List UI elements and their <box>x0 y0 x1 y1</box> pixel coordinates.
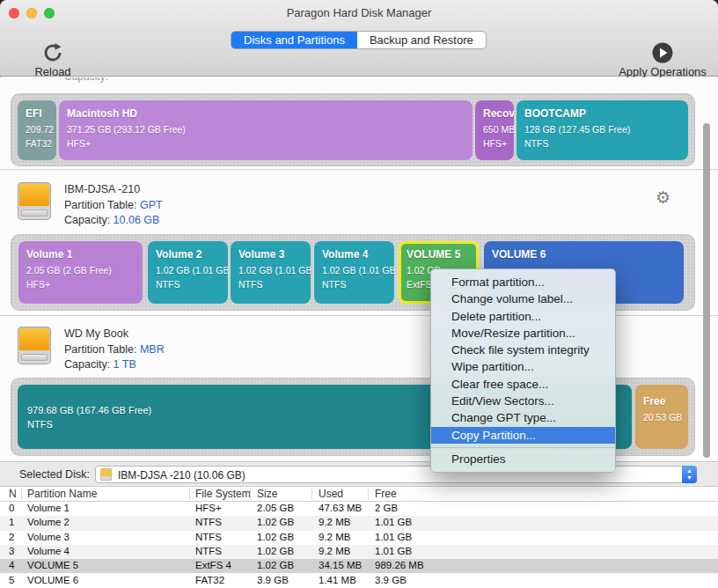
menu-item-clear-free-space[interactable]: Clear free space... <box>431 376 615 393</box>
col-header-fs[interactable]: File System <box>195 488 251 500</box>
col-header-name[interactable]: Partition Name <box>27 488 97 500</box>
partition-macintosh-hd[interactable]: Macintosh HD 371.25 GB (293.12 GB Free) … <box>59 100 473 160</box>
reload-icon <box>32 41 74 64</box>
disk3-cap-label: Capacity: <box>64 358 110 371</box>
partition-volume3[interactable]: Volume 3 1.02 GB (1.01 GB Free) NTFS <box>231 241 311 304</box>
partition-recovery[interactable]: Recovery 650 MB HFS+ <box>475 100 514 160</box>
partition-context-menu: Format partition... Change volume label.… <box>430 268 616 473</box>
disk2-pt-value: GPT <box>140 199 163 211</box>
partition-volume2[interactable]: Volume 2 1.02 GB (1.01 GB Free) NTFS <box>148 241 228 304</box>
disk1-partition-row: EFI 209.72 FAT32 Macintosh HD 371.25 GB … <box>11 93 695 166</box>
table-row-volume6[interactable]: 5VOLUME 6FAT323.9 GB1.41 MB3.9 GB <box>0 574 718 588</box>
disk2-header: IBM-DJSA -210 Partition Table: GPT Capac… <box>18 182 51 220</box>
partition-volume1[interactable]: Volume 1 2.05 GB (2 GB Free) HFS+ <box>18 241 143 304</box>
partition-bootcamp[interactable]: BOOTCAMP 128 GB (127.45 GB Free) NTFS <box>517 100 688 160</box>
menu-item-properties[interactable]: Properties <box>431 451 615 467</box>
disk2-name: IBM-DJSA -210 <box>64 183 416 195</box>
table-row-volume4[interactable]: 3Volume 4NTFS1.02 GB9.2 MB1.01 GB <box>0 545 718 559</box>
reload-label: Reload <box>34 65 70 78</box>
disk3-header: WD My Book Partition Table: MBR Capacity… <box>18 327 51 364</box>
disk3-name: WD My Book <box>64 327 416 340</box>
menu-item-wipe-partition[interactable]: Wipe partition... <box>431 358 615 375</box>
menu-item-change-volume-label[interactable]: Change volume label... <box>431 290 615 307</box>
apply-operations-label: Apply Operations <box>619 65 707 78</box>
partition-wd-free[interactable]: Free 20.53 GB <box>635 385 688 449</box>
disk3-cap-value: 1 TB <box>114 358 136 371</box>
disk-drive-icon <box>18 327 51 364</box>
menu-item-edit-view-sectors[interactable]: Edit/View Sectors... <box>431 393 615 409</box>
col-header-size[interactable]: Size <box>257 488 277 500</box>
tab-backup-and-restore[interactable]: Backup and Restore <box>357 32 486 48</box>
panel-separator <box>0 169 718 170</box>
disk2-cap-value: 10.06 GB <box>114 214 160 226</box>
apply-operations-button[interactable]: Apply Operations <box>614 41 711 78</box>
reload-button[interactable]: Reload <box>32 41 74 78</box>
col-header-used[interactable]: Used <box>319 488 343 500</box>
partition-table-header: N Partition Name File System Size Used F… <box>0 487 718 502</box>
menu-item-change-gpt-type[interactable]: Change GPT type... <box>431 409 615 426</box>
disk3-pt-value: MBR <box>140 343 165 356</box>
app-window: Paragon Hard Disk Manager Disks and Part… <box>0 0 718 588</box>
disk-icon-small <box>100 468 112 481</box>
table-row-volume3[interactable]: 2Volume 3NTFS1.02 GB9.2 MB1.01 GB <box>0 531 718 545</box>
disk2-pt-label: Partition Table: <box>64 199 136 211</box>
partition-efi[interactable]: EFI 209.72 FAT32 <box>18 100 56 160</box>
menu-item-delete-partition[interactable]: Delete partition... <box>431 308 615 325</box>
column-divider <box>250 488 251 500</box>
col-header-free[interactable]: Free <box>375 488 397 500</box>
menu-item-check-fs-integrity[interactable]: Check file system integrity <box>431 342 615 358</box>
window-title: Paragon Hard Disk Manager <box>0 6 718 19</box>
view-tabs: Disks and Partitions Backup and Restore <box>231 31 487 49</box>
table-row-volume2[interactable]: 1Volume 2NTFS1.02 GB9.2 MB1.01 GB <box>0 516 718 530</box>
tab-disks-and-partitions[interactable]: Disks and Partitions <box>231 32 357 48</box>
table-row-volume5-selected[interactable]: 4VOLUME 5ExtFS 41.02 GB34.15 MB989.26 MB <box>0 559 718 573</box>
selected-disk-value: IBM-DJSA -210 (10.06 GB) <box>118 469 245 481</box>
vertical-scrollbar[interactable] <box>703 123 710 458</box>
disk2-cap-label: Capacity: <box>64 214 110 226</box>
menu-item-copy-partition[interactable]: Copy Partition... <box>431 427 615 444</box>
menu-item-move-resize-partition[interactable]: Move/Resize partition... <box>431 325 615 342</box>
column-divider <box>21 488 22 500</box>
apply-operations-icon <box>614 41 711 64</box>
disk-drive-icon <box>18 182 51 220</box>
menu-separator <box>431 447 615 448</box>
disk2-gear-icon[interactable]: ⚙ <box>656 189 670 206</box>
dropdown-stepper-icon[interactable]: ▲▼ <box>682 466 697 483</box>
selected-disk-label: Selected Disk: <box>19 468 90 481</box>
table-row-volume1[interactable]: 0Volume 1HFS+2.05 GB47.63 MB2 GB <box>0 502 718 516</box>
partition-table-body: 0Volume 1HFS+2.05 GB47.63 MB2 GB 1Volume… <box>0 502 718 588</box>
menu-item-format-partition[interactable]: Format partition... <box>431 274 615 290</box>
disk3-pt-label: Partition Table: <box>64 343 136 356</box>
clipped-capacity-text: Capacity: <box>64 77 108 83</box>
col-header-n[interactable]: N <box>9 488 17 500</box>
partition-volume4[interactable]: Volume 4 1.02 GB (1.01 GB Free) NTFS <box>314 241 394 304</box>
column-divider <box>311 488 312 500</box>
window-header: Paragon Hard Disk Manager Disks and Part… <box>0 0 718 77</box>
column-divider <box>189 488 190 500</box>
column-divider <box>368 488 369 500</box>
